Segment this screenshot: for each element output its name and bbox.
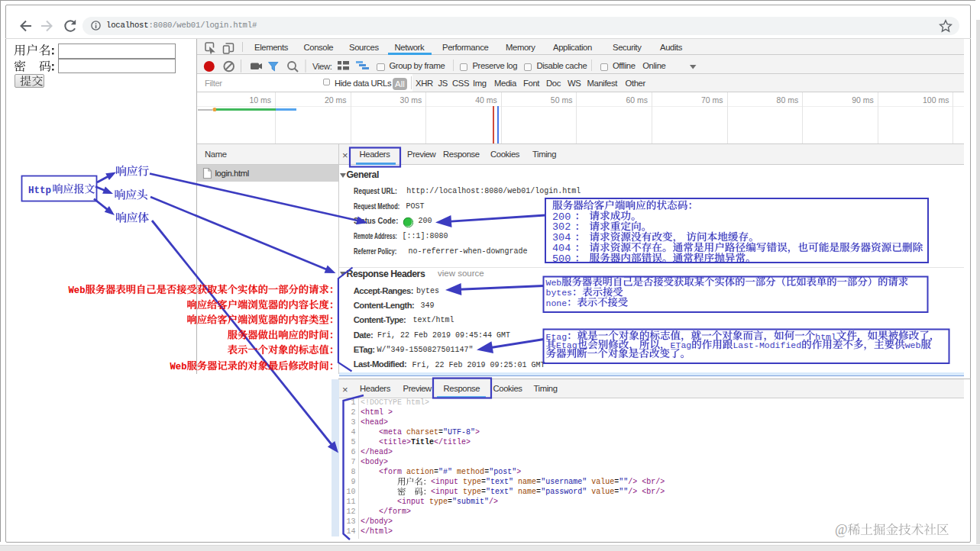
svg-text:web: web	[905, 340, 921, 350]
svg-text:ETag: ETag	[671, 340, 692, 350]
svg-text:302: 302	[552, 221, 571, 233]
svg-text:@: @	[835, 522, 848, 537]
svg-text:Http: Http	[28, 185, 51, 196]
svg-text:Etag: Etag	[556, 340, 577, 350]
svg-text:Web: Web	[170, 362, 186, 372]
svg-text:Web: Web	[546, 278, 562, 288]
svg-text:500: 500	[552, 253, 571, 265]
svg-text:bytes: bytes	[546, 288, 573, 298]
svg-text:Web: Web	[68, 285, 85, 296]
svg-text:200: 200	[552, 211, 571, 223]
svg-text:304: 304	[552, 232, 571, 243]
svg-text:Last-Modified: Last-Modified	[733, 340, 801, 350]
svg-text:none: none	[546, 298, 568, 308]
svg-text:404: 404	[552, 243, 571, 254]
